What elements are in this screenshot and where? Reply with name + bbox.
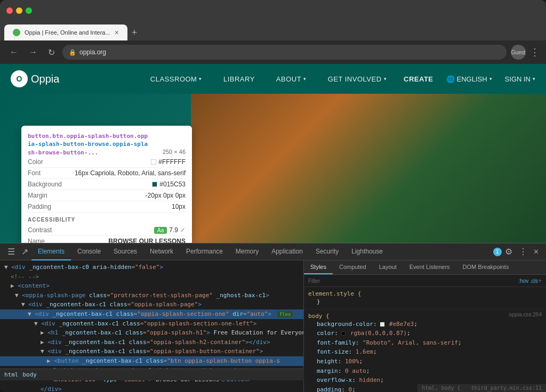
accessibility-section-title: ACCESSIBILITY xyxy=(28,217,186,223)
nav-item-library[interactable]: LIBRARY xyxy=(219,75,259,83)
tab-sources[interactable]: Sources xyxy=(107,243,143,260)
style-block-element: element.style { } xyxy=(304,287,546,309)
oppia-logo[interactable]: O Oppia xyxy=(11,70,59,87)
profile-label: Guest xyxy=(511,50,526,55)
breadcrumb-bar: html body xyxy=(0,369,304,380)
forward-button[interactable]: → xyxy=(26,45,41,59)
nav-item-classroom[interactable]: CLASSROOM ▾ xyxy=(146,75,206,83)
oppia-navbar: O Oppia CLASSROOM ▾ LIBRARY ABOUT ▾ GE xyxy=(0,64,546,94)
inspector-code: button.btn.oppia-splash-button.opp ia-sp… xyxy=(28,133,148,156)
html-line: </div> xyxy=(0,385,303,392)
nav-language-button[interactable]: 🌐 ENGLISH ▾ xyxy=(446,75,492,83)
contrast-badge: Aa xyxy=(154,227,167,234)
oppia-logo-icon: O xyxy=(11,70,28,87)
close-window-button[interactable] xyxy=(6,7,13,14)
breadcrumb-html[interactable]: html xyxy=(4,371,19,378)
nav-item-about[interactable]: ABOUT ▾ xyxy=(272,75,311,83)
color-swatch xyxy=(151,159,156,165)
styles-tab-event-listeners[interactable]: Event Listeners xyxy=(403,260,456,274)
html-line-button[interactable]: ▶ <button _ngcontent-bax-c1 class="btn o… xyxy=(0,356,303,366)
url-text: oppia.org xyxy=(79,48,500,56)
devtools-settings-icon[interactable]: ⚙ xyxy=(502,243,516,260)
devtools-main: ▼ <div _ngcontent-bax-c0 aria-hidden="fa… xyxy=(0,260,546,392)
html-line: ▼ <oppia-splash-page class="protractor-t… xyxy=(0,291,303,300)
style-prop: color: rgba(0,0,0,0.87); xyxy=(308,329,542,338)
styles-tab-computed[interactable]: Computed xyxy=(333,260,373,274)
tab-security[interactable]: Security xyxy=(309,243,345,260)
maximize-window-button[interactable] xyxy=(26,7,32,14)
html-line: ▼ <div _ngcontent-bax-c0 aria-hidden="fa… xyxy=(0,263,303,272)
inspector-bg-row: Background #015C53 xyxy=(28,179,186,190)
style-selector-body: body { xyxy=(308,313,330,320)
more-options-button[interactable]: ⋮ xyxy=(530,46,540,58)
inspector-dimensions: 250 × 46 xyxy=(163,149,186,155)
style-prop: font-size: 1.6em; xyxy=(308,347,542,357)
html-line-selected[interactable]: ▼ <div _ngcontent-bax-c1 class="oppia-sp… xyxy=(0,309,303,319)
inspector-padding-row: Padding 10px xyxy=(28,201,186,213)
browser-window: ● Oppia | Free, Online and Intera... × +… xyxy=(0,0,546,392)
styles-tab-dom-breakpoints[interactable]: DOM Breakpoints xyxy=(456,260,516,274)
filter-hint[interactable]: :hov .cls xyxy=(518,278,538,284)
filter-label: Filter xyxy=(308,278,320,284)
dropdown-arrow-icon: ▾ xyxy=(199,76,202,81)
tab-favicon: ● xyxy=(13,29,20,36)
globe-icon: 🌐 xyxy=(446,75,455,83)
dropdown-arrow-icon: ▾ xyxy=(303,76,307,81)
nav-item-create[interactable]: CREATE xyxy=(404,75,433,83)
new-tab-button[interactable]: + xyxy=(127,24,142,40)
inspector-margin-row: Margin -20px 0px 0px xyxy=(28,190,186,201)
inspector-name-row: Name BROWSE OUR LESSONS xyxy=(28,236,186,243)
nav-item-get-involved[interactable]: GET INVOLVED ▾ xyxy=(324,75,391,83)
tab-network[interactable]: Network xyxy=(143,243,180,260)
styles-filter-bar: Filter :hov .cls + xyxy=(304,275,546,287)
styles-tab-styles[interactable]: Styles xyxy=(304,260,333,274)
lock-icon: 🔒 xyxy=(69,49,76,56)
browser-content: O Oppia CLASSROOM ▾ LIBRARY ABOUT ▾ GE xyxy=(0,64,546,392)
browser-tab[interactable]: ● Oppia | Free, Online and Intera... × xyxy=(4,24,127,40)
traffic-lights xyxy=(6,7,32,14)
inspector-popup: button.btn.oppia-splash-button.opp ia-sp… xyxy=(21,126,192,243)
tab-performance[interactable]: Performance xyxy=(180,243,229,260)
html-line: ▶ <content> xyxy=(0,281,303,291)
nav-signin-button[interactable]: SIGN IN ▾ xyxy=(505,75,535,83)
tab-close-button[interactable]: × xyxy=(115,28,119,37)
tab-console[interactable]: Console xyxy=(71,243,107,260)
hero-image xyxy=(191,94,546,243)
html-line: ▼ <div _ngcontent-bax-c1 class="oppia-sp… xyxy=(0,300,303,309)
tabs-bar: ● Oppia | Free, Online and Intera... × + xyxy=(0,21,546,40)
inspector-color-row: Color #FFFFFF xyxy=(28,157,186,168)
breadcrumb-body[interactable]: body xyxy=(23,371,37,378)
html-line: ▶ <div _ngcontent-bax-c1 class="oppia-sp… xyxy=(0,338,303,347)
devtools-inspect-icon[interactable]: ↗ xyxy=(18,243,31,260)
style-prop: font-family: "Roboto", Arial, sans-serif… xyxy=(308,338,542,348)
styles-header: Styles Computed Layout Event Listeners D xyxy=(304,260,546,275)
filter-add-icon[interactable]: + xyxy=(538,277,542,284)
styles-tab-layout[interactable]: Layout xyxy=(373,260,403,274)
reload-button[interactable]: ↻ xyxy=(45,45,58,60)
style-source: oppia.css:264 xyxy=(509,312,542,317)
style-block-body: body { oppia.css:264 background-color: #… xyxy=(304,309,546,392)
style-prop: height: 100%; xyxy=(308,357,542,366)
html-line: ▼ <div _ngcontent-bax-c1 class="oppia-sp… xyxy=(0,319,303,329)
html-line: ▶ <h1 _ngcontent-bax-c1 class="oppia-spl… xyxy=(0,328,303,338)
url-bar[interactable]: 🔒 oppia.org xyxy=(62,45,507,60)
devtools-more-icon[interactable]: ⋮ xyxy=(516,243,531,260)
color-swatch xyxy=(341,331,346,336)
inspector-font-row: Font 16px Capriola, Roboto, Arial, sans-… xyxy=(28,168,186,179)
dropdown-arrow-icon: ▾ xyxy=(384,76,387,81)
tab-title: Oppia | Free, Online and Intera... xyxy=(25,29,110,36)
minimize-window-button[interactable] xyxy=(16,7,22,14)
inspector-contrast-row: Contrast Aa 7.9 ✓ xyxy=(28,225,186,236)
elements-panel: ▼ <div _ngcontent-bax-c0 aria-hidden="fa… xyxy=(0,260,304,392)
devtools-menu-icon[interactable]: ☰ xyxy=(4,243,18,260)
back-button[interactable]: ← xyxy=(6,45,21,59)
styles-panel: Styles Computed Layout Event Listeners D xyxy=(304,260,546,392)
tab-lighthouse[interactable]: Lighthouse xyxy=(345,243,389,260)
tab-memory[interactable]: Memory xyxy=(229,243,265,260)
style-prop: background-color: #e8e7e3; xyxy=(308,320,542,329)
tab-application[interactable]: Application xyxy=(265,243,309,260)
styles-filter-input[interactable] xyxy=(320,277,516,284)
profile-button[interactable]: Guest xyxy=(511,45,526,60)
devtools-close-icon[interactable]: × xyxy=(531,243,542,260)
tab-elements[interactable]: Elements xyxy=(31,243,71,260)
